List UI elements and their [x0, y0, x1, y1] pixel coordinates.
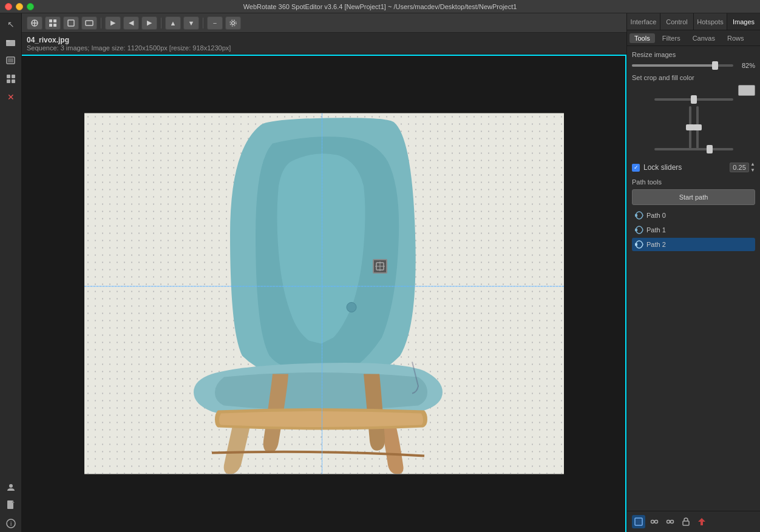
- resize-slider-fill: [632, 64, 715, 67]
- crop-top-thumb[interactable]: [691, 95, 697, 104]
- traffic-lights[interactable]: [5, 3, 34, 10]
- svg-point-23: [230, 20, 236, 26]
- path-1-icon: [634, 225, 644, 235]
- subtab-canvas[interactable]: Canvas: [688, 33, 720, 43]
- lock-sliders-row: Lock sliders 0.25 ▲ ▼: [632, 161, 755, 173]
- subtab-tools[interactable]: Tools: [629, 33, 655, 43]
- tab-hotspots[interactable]: Hotspots: [694, 13, 727, 30]
- crop-label: Set crop and fill color: [632, 74, 755, 81]
- minimize-button[interactable]: [16, 3, 23, 10]
- toolbar-settings[interactable]: [225, 16, 241, 30]
- path-0-icon: [634, 210, 644, 220]
- path-tool-lock[interactable]: [679, 515, 693, 528]
- path-tool-link[interactable]: [648, 515, 661, 528]
- canvas-background: [84, 113, 564, 474]
- path-tools-label: Path tools: [632, 178, 755, 186]
- crop-bottom-slider[interactable]: [654, 148, 733, 150]
- path-tool-select[interactable]: [632, 515, 645, 528]
- crop-bottom-thumb[interactable]: [707, 145, 713, 153]
- toolbar-minus[interactable]: −: [207, 16, 223, 30]
- svg-point-22: [232, 21, 235, 24]
- crop-right-slider[interactable]: [696, 106, 699, 149]
- file-name: 04_rivox.jpg: [27, 36, 622, 44]
- toolbar-next[interactable]: ▶: [141, 16, 157, 30]
- svg-rect-29: [635, 229, 637, 231]
- sidebar-icon-close[interactable]: ✕: [2, 89, 19, 106]
- path-2-label: Path 2: [646, 241, 666, 248]
- svg-rect-3: [8, 58, 13, 62]
- toolbar-play[interactable]: ▶: [105, 16, 121, 30]
- path-item-2[interactable]: Path 2: [632, 238, 755, 251]
- left-sidebar: ↖ ✕ i: [0, 13, 22, 532]
- svg-rect-17: [53, 19, 56, 22]
- svg-point-24: [347, 302, 356, 312]
- panel-content: Resize images 82% Set crop and fill colo…: [627, 46, 760, 511]
- svg-rect-21: [86, 21, 93, 25]
- tab-control[interactable]: Control: [660, 13, 694, 30]
- sidebar-icon-user[interactable]: [2, 479, 19, 496]
- path-toolbar: [627, 511, 760, 532]
- sidebar-icon-document[interactable]: [2, 497, 19, 514]
- path-1-label: Path 1: [646, 226, 666, 234]
- maximize-button[interactable]: [27, 3, 34, 10]
- crop-top-slider[interactable]: [654, 98, 733, 101]
- lock-sliders-spinbtns[interactable]: ▲ ▼: [750, 161, 755, 173]
- sidebar-icon-images[interactable]: [2, 52, 19, 69]
- tab-interface[interactable]: Interface: [627, 13, 660, 30]
- lock-sliders-checkbox[interactable]: [632, 164, 640, 172]
- sidebar-icon-info[interactable]: i: [2, 515, 19, 532]
- resize-slider-row: 82%: [632, 62, 755, 69]
- resize-images-label: Resize images: [632, 51, 755, 58]
- fill-color-swatch[interactable]: [738, 85, 755, 96]
- resize-slider-track[interactable]: [632, 64, 733, 67]
- toolbar-rect[interactable]: [81, 16, 97, 30]
- svg-rect-20: [68, 20, 74, 26]
- toolbar-sep3: [203, 18, 203, 29]
- guide-horizontal: [84, 286, 564, 287]
- file-sequence: Sequence: 3 images; Image size: 1120x150…: [27, 44, 622, 52]
- sidebar-icon-cursor[interactable]: ↖: [2, 16, 19, 33]
- toolbar-move[interactable]: [27, 16, 42, 30]
- svg-rect-19: [53, 24, 56, 27]
- spin-up[interactable]: ▲: [750, 161, 755, 167]
- guide-vertical: [322, 113, 322, 474]
- svg-rect-7: [12, 79, 15, 83]
- path-2-icon: [634, 240, 644, 249]
- sidebar-icon-grid[interactable]: [2, 70, 19, 87]
- main-layout: ↖ ✕ i: [0, 13, 760, 532]
- toolbar-down[interactable]: ▼: [183, 16, 199, 30]
- spin-down[interactable]: ▼: [750, 167, 755, 173]
- crop-right-thumb[interactable]: [693, 124, 702, 130]
- path-0-label: Path 0: [646, 212, 666, 219]
- toolbar-grid[interactable]: [45, 16, 61, 30]
- toolbar: ▶ ◀ ▶ ▲ ▼ −: [22, 13, 626, 33]
- svg-rect-5: [12, 75, 15, 78]
- close-button[interactable]: [5, 3, 12, 10]
- tab-images[interactable]: Images: [727, 13, 760, 30]
- svg-text:i: i: [10, 520, 12, 527]
- cyan-border-right: [625, 55, 626, 532]
- svg-rect-4: [7, 75, 10, 78]
- toolbar-prev[interactable]: ◀: [123, 16, 139, 30]
- subtab-filters[interactable]: Filters: [657, 33, 685, 43]
- svg-point-33: [651, 520, 654, 524]
- resize-slider-thumb[interactable]: [712, 61, 718, 70]
- path-tool-arrow[interactable]: [695, 515, 708, 528]
- canvas-area[interactable]: [22, 55, 626, 532]
- toolbar-sep1: [101, 18, 101, 29]
- subtab-rows[interactable]: Rows: [722, 33, 749, 43]
- path-item-0[interactable]: Path 0: [632, 209, 755, 222]
- panel-tabs: Interface Control Hotspots Images: [627, 13, 760, 30]
- path-tool-unlink[interactable]: [663, 515, 677, 528]
- svg-line-38: [670, 520, 671, 523]
- toolbar-sep2: [161, 18, 161, 29]
- toolbar-up[interactable]: ▲: [165, 16, 181, 30]
- crop-left-slider[interactable]: [689, 106, 691, 149]
- resize-slider-value: 82%: [737, 62, 755, 69]
- start-path-button[interactable]: Start path: [632, 189, 755, 205]
- toolbar-square[interactable]: [63, 16, 79, 30]
- lock-sliders-value: 0.25: [730, 163, 749, 172]
- sidebar-icon-folder[interactable]: [2, 34, 19, 51]
- fileinfo-bar: 04_rivox.jpg Sequence: 3 images; Image s…: [22, 33, 626, 55]
- path-item-1[interactable]: Path 1: [632, 223, 755, 237]
